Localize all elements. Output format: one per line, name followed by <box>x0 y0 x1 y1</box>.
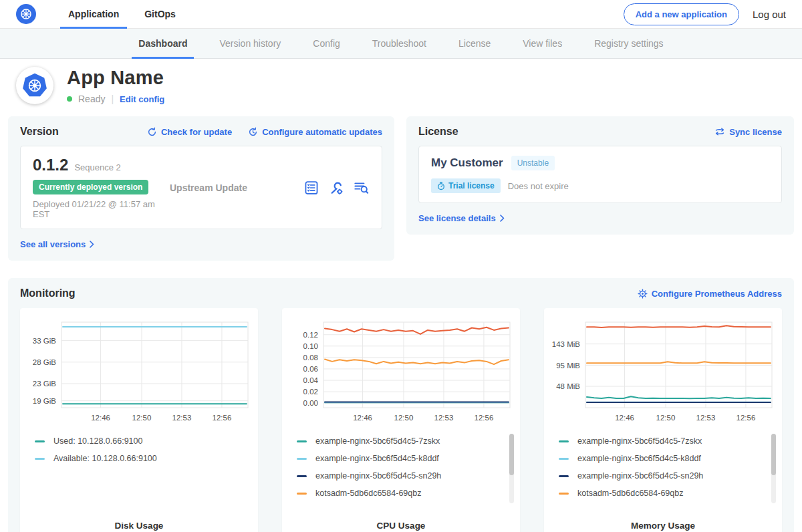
svg-text:12:46: 12:46 <box>91 414 110 422</box>
legend-label: example-nginx-5bc6f5d4c5-k8ddf <box>577 454 701 463</box>
legend-item[interactable]: Used: 10.128.0.66:9100 <box>35 436 250 446</box>
legend-item[interactable]: example-nginx-5bc6f5d4c5-k8ddf <box>559 454 774 463</box>
topnav-tab-gitops[interactable]: GitOps <box>136 0 184 28</box>
check-for-update-link[interactable]: Check for update <box>147 127 232 137</box>
trial-license-label: Trial license <box>448 181 495 190</box>
logout-link[interactable]: Log out <box>753 9 786 20</box>
svg-text:143 MiB: 143 MiB <box>552 340 580 348</box>
see-license-details-link[interactable]: See license details <box>418 213 505 223</box>
legend-scrollbar[interactable] <box>771 434 776 503</box>
legend-item[interactable]: example-nginx-5bc6f5d4c5-7zskx <box>297 436 512 446</box>
license-info-box: My Customer Unstable Trial license Does … <box>418 146 782 203</box>
svg-text:0.12: 0.12 <box>303 331 318 339</box>
version-card-actions: Check for update Configure automatic upd… <box>147 127 382 137</box>
svg-text:12:50: 12:50 <box>394 414 414 422</box>
legend-label: kotsadm-5db6dc6584-69qbz <box>315 489 421 498</box>
legend-scrollbar-thumb[interactable] <box>771 434 776 475</box>
svg-text:0.02: 0.02 <box>303 388 318 396</box>
tab-version-history[interactable]: Version history <box>203 29 297 58</box>
cards-row: Version Check for update Configure au <box>8 116 794 261</box>
topnav-tab-application[interactable]: Application <box>60 0 127 28</box>
svg-text:48 MiB: 48 MiB <box>556 382 580 390</box>
legend-item[interactable]: kotsadm-5db6dc6584-69qbz <box>559 489 774 498</box>
svg-text:0.08: 0.08 <box>303 354 318 362</box>
version-info: 0.1.2 Sequence 2 Currently deployed vers… <box>33 156 170 219</box>
page-title: App Name <box>67 67 164 89</box>
tab-version-history-label: Version history <box>219 38 281 49</box>
monitoring-actions: Configure Prometheus Address <box>638 289 782 299</box>
cpu-usage-chart-title: CPU Usage <box>290 521 512 531</box>
legend-dash-icon <box>297 475 307 477</box>
app-sub-nav: Dashboard Version history Config Trouble… <box>0 29 802 59</box>
tab-view-files[interactable]: View files <box>507 29 578 58</box>
trial-license-badge: Trial license <box>431 178 501 193</box>
tab-registry-settings-label: Registry settings <box>594 38 663 49</box>
legend-item[interactable]: example-nginx-5bc6f5d4c5-7zskx <box>559 436 774 446</box>
configure-prometheus-link[interactable]: Configure Prometheus Address <box>638 289 782 299</box>
svg-text:23 GiB: 23 GiB <box>33 380 56 388</box>
legend-item[interactable]: kotsadm-5db6dc6584-69qbz <box>297 489 512 498</box>
tab-view-files-label: View files <box>523 38 562 49</box>
divider: | <box>111 94 114 104</box>
cpu-usage-legend: example-nginx-5bc6f5d4c5-7zskxexample-ng… <box>297 436 512 514</box>
legend-label: example-nginx-5bc6f5d4c5-7zskx <box>315 436 440 446</box>
release-notes-icon[interactable] <box>304 180 319 195</box>
svg-text:19 GiB: 19 GiB <box>33 397 56 405</box>
svg-text:12:50: 12:50 <box>656 414 676 422</box>
add-application-button[interactable]: Add a new application <box>624 3 739 25</box>
legend-label: example-nginx-5bc6f5d4c5-sn29h <box>577 471 703 481</box>
disk-usage-legend: Used: 10.128.0.66:9100Available: 10.128.… <box>35 436 250 514</box>
chevron-right-icon <box>500 215 505 222</box>
legend-dash-icon <box>35 458 45 460</box>
tab-troubleshoot[interactable]: Troubleshoot <box>356 29 442 58</box>
see-all-versions-label: See all versions <box>20 239 86 249</box>
svg-text:95 MiB: 95 MiB <box>556 362 580 370</box>
legend-item[interactable]: Available: 10.128.0.66:9100 <box>35 454 250 463</box>
tab-config[interactable]: Config <box>297 29 356 58</box>
configure-automatic-updates-label: Configure automatic updates <box>262 127 382 137</box>
svg-text:12:56: 12:56 <box>737 414 756 422</box>
tab-config-label: Config <box>313 38 340 49</box>
current-version-box: 0.1.2 Sequence 2 Currently deployed vers… <box>20 146 382 229</box>
svg-text:0.00: 0.00 <box>303 399 318 407</box>
tab-dashboard[interactable]: Dashboard <box>122 29 203 58</box>
memory-usage-legend: example-nginx-5bc6f5d4c5-7zskxexample-ng… <box>559 436 774 514</box>
tab-registry-settings[interactable]: Registry settings <box>578 29 679 58</box>
version-card-title: Version <box>20 126 59 138</box>
legend-item[interactable]: example-nginx-5bc6f5d4c5-sn29h <box>297 471 512 481</box>
disk-usage-plot: 12:4612:5012:5312:5619 GiB23 GiB28 GiB33… <box>28 316 250 428</box>
status-badge: Ready <box>78 94 105 104</box>
status-dot-icon <box>67 96 72 102</box>
config-wrench-icon[interactable] <box>329 180 344 195</box>
license-card-actions: Sync license <box>714 127 782 137</box>
legend-item[interactable]: example-nginx-5bc6f5d4c5-sn29h <box>559 471 774 481</box>
svg-text:12:50: 12:50 <box>132 414 152 422</box>
svg-text:12:46: 12:46 <box>353 414 372 422</box>
license-card-title: License <box>418 126 458 138</box>
configure-automatic-updates-link[interactable]: Configure automatic updates <box>248 127 382 137</box>
svg-text:12:56: 12:56 <box>475 414 494 422</box>
svg-text:28 GiB: 28 GiB <box>33 358 56 366</box>
sync-arrows-icon <box>714 127 725 136</box>
legend-scrollbar-thumb[interactable] <box>509 434 514 475</box>
legend-label: example-nginx-5bc6f5d4c5-7zskx <box>577 436 702 446</box>
legend-dash-icon <box>559 475 569 477</box>
legend-label: Available: 10.128.0.66:9100 <box>53 454 157 463</box>
svg-text:0.06: 0.06 <box>303 365 318 373</box>
see-all-versions-link[interactable]: See all versions <box>20 239 94 249</box>
version-card: Version Check for update Configure au <box>8 116 394 261</box>
license-meta-row: Trial license Does not expire <box>431 178 769 193</box>
svg-text:12:53: 12:53 <box>696 414 716 422</box>
check-for-update-label: Check for update <box>161 127 232 137</box>
sync-license-link[interactable]: Sync license <box>714 127 782 137</box>
see-license-details-label: See license details <box>418 213 496 223</box>
edit-config-link[interactable]: Edit config <box>120 94 164 104</box>
file-search-icon[interactable] <box>354 180 370 195</box>
monitoring-header: Monitoring Configure Prometheus Address <box>20 287 782 299</box>
legend-scrollbar[interactable] <box>509 434 514 503</box>
disk-usage-chart-card: 12:4612:5012:5312:5619 GiB23 GiB28 GiB33… <box>20 308 258 532</box>
legend-item[interactable]: example-nginx-5bc6f5d4c5-k8ddf <box>297 454 512 463</box>
tab-dashboard-label: Dashboard <box>138 38 187 49</box>
tab-license[interactable]: License <box>442 29 507 58</box>
legend-dash-icon <box>559 493 569 495</box>
